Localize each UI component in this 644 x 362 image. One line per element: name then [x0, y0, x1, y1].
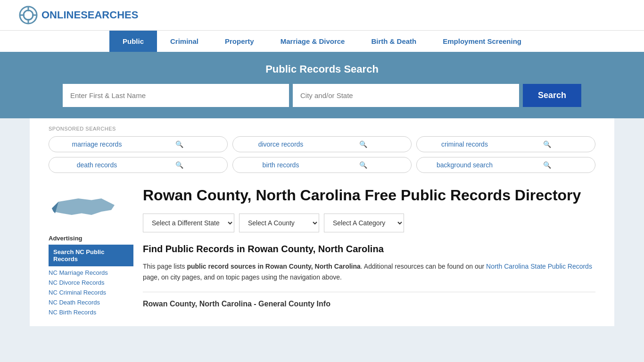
search-pills: marriage records 🔍 divorce records 🔍 cri…: [49, 136, 595, 173]
advertising-label: Advertising: [49, 235, 133, 242]
nav-public[interactable]: Public: [109, 31, 157, 52]
pill-death-records[interactable]: death records 🔍: [49, 157, 228, 173]
find-title: Find Public Records in Rowan County, Nor…: [143, 244, 595, 255]
bottom-info: Rowan County, North Carolina - General C…: [143, 292, 595, 308]
desc-part1: This page lists: [143, 263, 187, 270]
pill-criminal-records[interactable]: criminal records 🔍: [416, 136, 595, 152]
dropdown-row: Select a Different State Alabama Alaska …: [143, 214, 595, 232]
find-description: This page lists public record sources in…: [143, 261, 595, 282]
desc-part2: . Additional resources can be found on o…: [361, 263, 486, 270]
category-dropdown[interactable]: Select A Category Vital Records Court Re…: [324, 214, 404, 232]
nc-state-link[interactable]: North Carolina State Public Records: [486, 263, 592, 270]
sidebar-link-death[interactable]: NC Death Records: [49, 298, 133, 307]
sidebar: Advertising Search NC Public Records NC …: [49, 186, 143, 317]
search-icon: 🔍: [322, 161, 405, 169]
sidebar-advertising: Advertising Search NC Public Records NC …: [49, 235, 133, 317]
sidebar-links: NC Marriage Records NC Divorce Records N…: [49, 268, 133, 317]
desc-bold: public record sources in Rowan County, N…: [187, 263, 360, 270]
nc-map-svg: [49, 186, 115, 224]
search-button[interactable]: Search: [523, 84, 581, 107]
search-icon: 🔍: [506, 140, 588, 148]
logo-text: ONLINESEARCHES: [41, 9, 138, 21]
nav-property[interactable]: Property: [212, 31, 267, 52]
name-input[interactable]: [63, 84, 289, 107]
page-title: Rowan County, North Carolina Free Public…: [143, 186, 595, 204]
pill-marriage-records[interactable]: marriage records 🔍: [49, 136, 228, 152]
location-input[interactable]: [293, 84, 519, 107]
sidebar-link-birth[interactable]: NC Birth Records: [49, 308, 133, 317]
main-body: Rowan County, North Carolina Free Public…: [143, 186, 595, 317]
sponsored-label: SPONSORED SEARCHES: [49, 126, 595, 132]
search-banner: Public Records Search Search: [0, 52, 644, 118]
search-icon: 🔍: [138, 140, 221, 148]
desc-part3: page, on city pages, and on topic pages …: [143, 273, 342, 281]
main-content: SPONSORED SEARCHES marriage records 🔍 di…: [30, 118, 614, 326]
nav-marriage-divorce[interactable]: Marriage & Divorce: [267, 31, 358, 52]
nav-employment[interactable]: Employment Screening: [429, 31, 535, 52]
banner-title: Public Records Search: [19, 63, 625, 75]
sidebar-ad-active[interactable]: Search NC Public Records: [49, 245, 133, 266]
county-dropdown[interactable]: Select A County Rowan County: [239, 214, 319, 232]
nc-map: [49, 186, 133, 225]
main-nav: Public Criminal Property Marriage & Divo…: [0, 30, 644, 52]
logo-icon: [19, 6, 38, 25]
search-icon: 🔍: [322, 140, 405, 148]
search-icon: 🔍: [138, 161, 221, 169]
sidebar-link-divorce[interactable]: NC Divorce Records: [49, 278, 133, 287]
nav-birth-death[interactable]: Birth & Death: [358, 31, 429, 52]
sidebar-link-marriage[interactable]: NC Marriage Records: [49, 268, 133, 277]
svg-point-1: [24, 10, 33, 20]
search-icon: 🔍: [506, 161, 588, 169]
sponsored-section: SPONSORED SEARCHES marriage records 🔍 di…: [49, 118, 595, 177]
pill-background-search[interactable]: background search 🔍: [416, 157, 595, 173]
sidebar-link-criminal[interactable]: NC Criminal Records: [49, 288, 133, 297]
bottom-info-title: Rowan County, North Carolina - General C…: [143, 300, 595, 308]
state-dropdown[interactable]: Select a Different State Alabama Alaska …: [143, 214, 234, 232]
svg-marker-6: [52, 198, 115, 215]
site-header: ONLINESEARCHES: [0, 0, 644, 30]
pill-birth-records[interactable]: birth records 🔍: [232, 157, 412, 173]
body-layout: Advertising Search NC Public Records NC …: [49, 177, 595, 326]
nav-criminal[interactable]: Criminal: [157, 31, 212, 52]
pill-divorce-records[interactable]: divorce records 🔍: [232, 136, 412, 152]
logo[interactable]: ONLINESEARCHES: [19, 6, 138, 25]
search-form: Search: [63, 84, 581, 107]
